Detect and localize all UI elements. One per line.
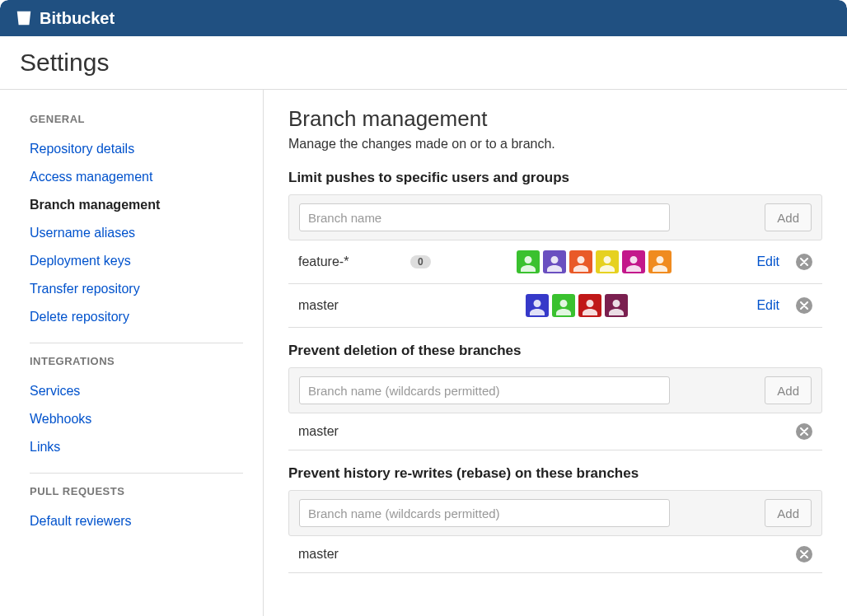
sidebar-item-transfer-repository[interactable]: Transfer repository	[30, 275, 243, 303]
prevent-rebase-row: master	[288, 536, 822, 573]
brand-text: Bitbucket	[40, 9, 115, 28]
prevent-delete-add-button[interactable]: Add	[765, 376, 812, 404]
sidebar-item-deployment-keys[interactable]: Deployment keys	[30, 247, 243, 275]
settings-sidebar: GENERALRepository detailsAccess manageme…	[0, 90, 264, 616]
avatar	[648, 250, 672, 273]
remove-button[interactable]	[796, 297, 812, 314]
nav-divider	[30, 343, 243, 343]
edit-link[interactable]: Edit	[756, 298, 779, 313]
avatar	[526, 294, 549, 317]
user-avatars	[517, 250, 672, 273]
bitbucket-logo-icon	[15, 9, 33, 27]
sidebar-item-username-aliases[interactable]: Username aliases	[30, 219, 243, 247]
prevent-delete-heading: Prevent deletion of these branches	[288, 343, 822, 359]
sidebar-item-access-management[interactable]: Access management	[30, 163, 243, 191]
user-count-badge: 0	[410, 255, 431, 268]
sidebar-item-links[interactable]: Links	[30, 433, 243, 461]
branch-name: master	[298, 424, 397, 439]
sidebar-item-repository-details[interactable]: Repository details	[30, 135, 243, 163]
limit-push-heading: Limit pushes to specific users and group…	[288, 170, 822, 186]
limit-push-add-row: Add	[288, 194, 822, 240]
prevent-delete-add-row: Add	[288, 367, 822, 413]
avatar	[517, 250, 540, 273]
sidebar-item-label: Links	[30, 440, 60, 454]
sidebar-item-branch-management[interactable]: Branch management	[30, 191, 243, 219]
main-panel: Branch management Manage the changes mad…	[264, 90, 847, 616]
sidebar-item-default-reviewers[interactable]: Default reviewers	[30, 507, 243, 535]
brand[interactable]: Bitbucket	[15, 9, 115, 28]
avatar	[569, 250, 592, 273]
sidebar-item-label: Delete repository	[30, 310, 129, 324]
sidebar-item-label: Transfer repository	[30, 282, 140, 296]
sidebar-item-label: Access management	[30, 170, 152, 184]
prevent-rebase-heading: Prevent history re-writes (rebase) on th…	[288, 465, 822, 482]
nav-section-title: PULL REQUESTS	[30, 485, 243, 497]
page-title: Settings	[20, 49, 827, 77]
avatar	[543, 250, 566, 273]
limit-push-row: masterEdit	[288, 284, 822, 328]
avatar	[596, 250, 619, 273]
avatar	[605, 294, 628, 317]
sidebar-item-webhooks[interactable]: Webhooks	[30, 405, 243, 433]
avatar	[552, 294, 575, 317]
branch-name: master	[298, 547, 397, 562]
main-heading: Branch management	[288, 106, 822, 132]
sidebar-item-label: Branch management	[30, 198, 160, 212]
remove-button[interactable]	[796, 254, 812, 270]
nav-section-title: GENERAL	[30, 113, 243, 125]
branch-name: feature-*	[298, 254, 397, 269]
edit-link[interactable]: Edit	[756, 254, 779, 269]
nav-section-title: INTEGRATIONS	[30, 355, 243, 367]
sidebar-item-label: Services	[30, 384, 80, 398]
main-subtitle: Manage the changes made on or to a branc…	[288, 137, 822, 152]
avatar	[578, 294, 601, 317]
avatar	[622, 250, 645, 273]
sidebar-item-label: Deployment keys	[30, 254, 131, 268]
limit-push-row: feature-*0Edit	[288, 240, 822, 284]
prevent-rebase-add-row: Add	[288, 490, 822, 536]
prevent-rebase-branch-input[interactable]	[299, 499, 670, 527]
sidebar-item-label: Webhooks	[30, 412, 91, 426]
sidebar-item-delete-repository[interactable]: Delete repository	[30, 303, 243, 331]
sidebar-item-label: Default reviewers	[30, 514, 132, 528]
prevent-delete-row: master	[288, 413, 822, 450]
limit-push-add-button[interactable]: Add	[765, 203, 812, 231]
page-title-bar: Settings	[0, 36, 847, 90]
branch-name: master	[298, 298, 397, 313]
prevent-rebase-add-button[interactable]: Add	[765, 499, 812, 527]
limit-push-branch-input[interactable]	[299, 203, 670, 231]
sidebar-item-services[interactable]: Services	[30, 377, 243, 405]
prevent-delete-branch-input[interactable]	[299, 376, 670, 404]
sidebar-item-label: Repository details	[30, 142, 134, 156]
topbar: Bitbucket	[0, 0, 847, 36]
remove-button[interactable]	[796, 546, 812, 562]
nav-divider	[30, 473, 243, 474]
sidebar-item-label: Username aliases	[30, 226, 135, 240]
remove-button[interactable]	[796, 423, 812, 440]
user-avatars	[526, 294, 628, 317]
